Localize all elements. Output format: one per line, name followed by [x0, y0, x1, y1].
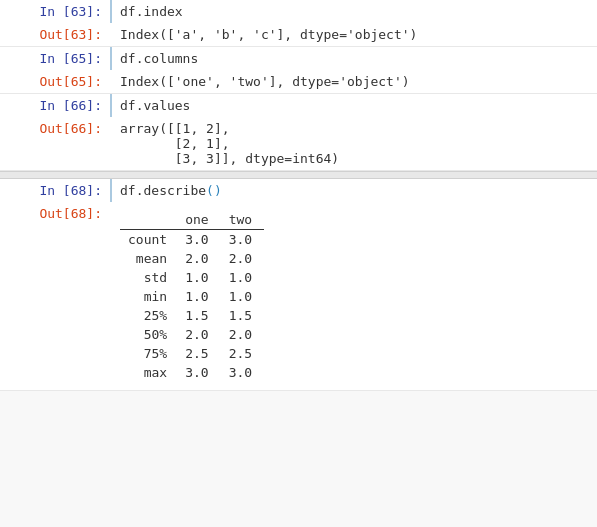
- table-row: max3.03.0: [120, 363, 264, 382]
- table-cell-one: 2.0: [177, 325, 220, 344]
- table-cell-one: 1.5: [177, 306, 220, 325]
- prompt-out-66: Out[66]:: [0, 117, 110, 140]
- table-cell-two: 2.5: [221, 344, 264, 363]
- table-cell-two: 1.0: [221, 287, 264, 306]
- table-cell-label: 25%: [120, 306, 177, 325]
- cell-65-output-row: Out[65]: Index(['one', 'two'], dtype='ob…: [0, 70, 597, 93]
- table-cell-two: 1.5: [221, 306, 264, 325]
- table-cell-label: min: [120, 287, 177, 306]
- cell-66-input[interactable]: df.values: [110, 94, 597, 117]
- cell-63: In [63]: df.index Out[63]: Index(['a', '…: [0, 0, 597, 47]
- cell-63-output: Index(['a', 'b', 'c'], dtype='object'): [110, 23, 597, 46]
- cell-66-output-row: Out[66]: array([[1, 2], [2, 1], [3, 3]],…: [0, 117, 597, 170]
- table-cell-label: count: [120, 230, 177, 250]
- cell-68-input-row: In [68]: df.describe(): [0, 179, 597, 202]
- table-cell-one: 3.0: [177, 363, 220, 382]
- table-row: 50%2.02.0: [120, 325, 264, 344]
- table-cell-one: 1.0: [177, 287, 220, 306]
- cell-65-input-row: In [65]: df.columns: [0, 47, 597, 70]
- table-cell-one: 2.5: [177, 344, 220, 363]
- table-cell-label: std: [120, 268, 177, 287]
- table-cell-label: 75%: [120, 344, 177, 363]
- cell-66-output-line3: [3, 3]], dtype=int64): [120, 151, 589, 166]
- table-row: count3.03.0: [120, 230, 264, 250]
- cell-66: In [66]: df.values Out[66]: array([[1, 2…: [0, 94, 597, 171]
- table-cell-label: 50%: [120, 325, 177, 344]
- cell-68-output: one two count3.03.0mean2.02.0std1.01.0mi…: [110, 202, 597, 390]
- prompt-in-63: In [63]:: [0, 0, 110, 23]
- table-cell-one: 3.0: [177, 230, 220, 250]
- cell-63-input-row: In [63]: df.index: [0, 0, 597, 23]
- describe-table: one two count3.03.0mean2.02.0std1.01.0mi…: [120, 210, 264, 382]
- table-header-two: two: [221, 210, 264, 230]
- prompt-out-65: Out[65]:: [0, 70, 110, 93]
- cell-68-input[interactable]: df.describe(): [110, 179, 597, 202]
- table-cell-one: 2.0: [177, 249, 220, 268]
- cell-65-output: Index(['one', 'two'], dtype='object'): [110, 70, 597, 93]
- table-row: min1.01.0: [120, 287, 264, 306]
- table-row: 75%2.52.5: [120, 344, 264, 363]
- cell-66-output-line1: array([[1, 2],: [120, 121, 589, 136]
- cell-68-output-row: Out[68]: one two count3.03.0mean2.02.0st…: [0, 202, 597, 390]
- table-cell-label: mean: [120, 249, 177, 268]
- table-row: mean2.02.0: [120, 249, 264, 268]
- cell-65: In [65]: df.columns Out[65]: Index(['one…: [0, 47, 597, 94]
- prompt-out-63: Out[63]:: [0, 23, 110, 46]
- table-header-label-empty: [120, 210, 177, 230]
- cell-66-input-row: In [66]: df.values: [0, 94, 597, 117]
- cell-66-output: array([[1, 2], [2, 1], [3, 3]], dtype=in…: [110, 117, 597, 170]
- cell-65-input[interactable]: df.columns: [110, 47, 597, 70]
- prompt-in-65: In [65]:: [0, 47, 110, 70]
- table-cell-two: 2.0: [221, 325, 264, 344]
- table-header-row: one two: [120, 210, 264, 230]
- table-cell-two: 1.0: [221, 268, 264, 287]
- section-divider: [0, 171, 597, 179]
- prompt-out-68: Out[68]:: [0, 202, 110, 225]
- cell-63-input[interactable]: df.index: [110, 0, 597, 23]
- notebook: In [63]: df.index Out[63]: Index(['a', '…: [0, 0, 597, 391]
- table-cell-label: max: [120, 363, 177, 382]
- table-cell-one: 1.0: [177, 268, 220, 287]
- prompt-in-68: In [68]:: [0, 179, 110, 202]
- table-row: std1.01.0: [120, 268, 264, 287]
- table-header-one: one: [177, 210, 220, 230]
- prompt-in-66: In [66]:: [0, 94, 110, 117]
- table-row: 25%1.51.5: [120, 306, 264, 325]
- table-cell-two: 3.0: [221, 230, 264, 250]
- cell-66-output-line2: [2, 1],: [120, 136, 589, 151]
- table-cell-two: 2.0: [221, 249, 264, 268]
- cell-68: In [68]: df.describe() Out[68]: one two: [0, 179, 597, 391]
- table-cell-two: 3.0: [221, 363, 264, 382]
- cell-68-input-text: df.describe(): [120, 183, 222, 198]
- cell-63-output-row: Out[63]: Index(['a', 'b', 'c'], dtype='o…: [0, 23, 597, 46]
